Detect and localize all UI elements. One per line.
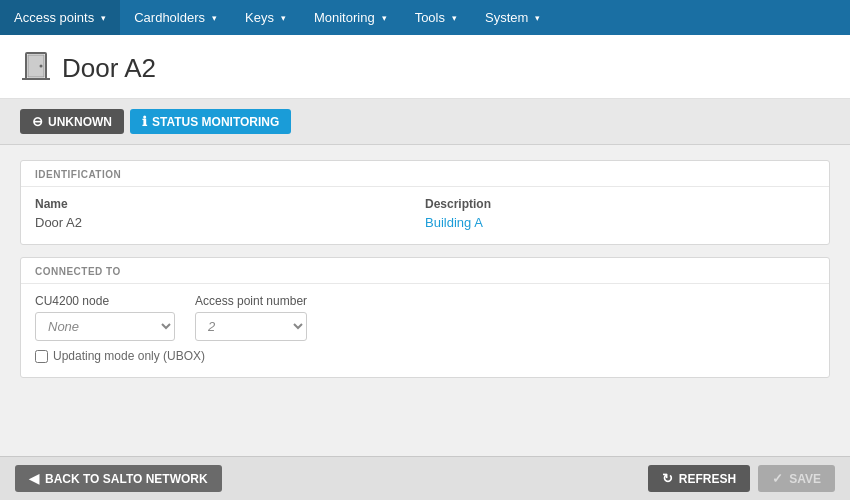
nav-keys-label: Keys: [245, 10, 274, 25]
main-body: IDENTIFICATION Name Door A2 Description …: [0, 145, 850, 393]
identification-row: Name Door A2 Description Building A: [35, 197, 815, 230]
connected-row: CU4200 node None Access point number 1 2…: [35, 294, 815, 341]
save-label: SAVE: [789, 472, 821, 486]
description-label: Description: [425, 197, 815, 211]
back-button[interactable]: ◀ BACK TO SALTO NETWORK: [15, 465, 222, 492]
door-icon: [20, 49, 52, 88]
tabs-bar: ⊖ UNKNOWN ℹ STATUS MONITORING: [0, 99, 850, 145]
footer-right: ↻ REFRESH ✓ SAVE: [648, 465, 835, 492]
footer-bar: ◀ BACK TO SALTO NETWORK ↻ REFRESH ✓ SAVE: [0, 456, 850, 500]
tab-unknown-label: UNKNOWN: [48, 115, 112, 129]
nav-monitoring[interactable]: Monitoring ▾: [300, 0, 401, 35]
tab-unknown[interactable]: ⊖ UNKNOWN: [20, 109, 124, 134]
nav-tools-label: Tools: [415, 10, 445, 25]
connected-to-body: CU4200 node None Access point number 1 2…: [21, 284, 829, 377]
identification-body: Name Door A2 Description Building A: [21, 187, 829, 244]
connected-to-title: CONNECTED TO: [21, 258, 829, 284]
navbar: Access points ▾ Cardholders ▾ Keys ▾ Mon…: [0, 0, 850, 35]
name-col: Name Door A2: [35, 197, 425, 230]
identification-title: IDENTIFICATION: [21, 161, 829, 187]
cu4200-select[interactable]: None: [35, 312, 175, 341]
nav-system-label: System: [485, 10, 528, 25]
page-header: Door A2: [0, 35, 850, 99]
refresh-button[interactable]: ↻ REFRESH: [648, 465, 750, 492]
nav-monitoring-label: Monitoring: [314, 10, 375, 25]
description-value: Building A: [425, 215, 815, 230]
access-point-select[interactable]: 1 2 3 4: [195, 312, 307, 341]
description-col: Description Building A: [425, 197, 815, 230]
nav-cardholders-label: Cardholders: [134, 10, 205, 25]
nav-keys[interactable]: Keys ▾: [231, 0, 300, 35]
back-icon: ◀: [29, 471, 39, 486]
refresh-label: REFRESH: [679, 472, 736, 486]
back-label: BACK TO SALTO NETWORK: [45, 472, 208, 486]
nav-system-caret: ▾: [535, 13, 540, 23]
page-title: Door A2: [62, 53, 156, 84]
nav-access-points-label: Access points: [14, 10, 94, 25]
nav-tools[interactable]: Tools ▾: [401, 0, 471, 35]
checkbox-row: Updating mode only (UBOX): [35, 349, 815, 363]
nav-access-points[interactable]: Access points ▾: [0, 0, 120, 35]
nav-system[interactable]: System ▾: [471, 0, 554, 35]
ubox-label[interactable]: Updating mode only (UBOX): [53, 349, 205, 363]
nav-cardholders-caret: ▾: [212, 13, 217, 23]
access-point-label: Access point number: [195, 294, 307, 308]
cu4200-label: CU4200 node: [35, 294, 175, 308]
tab-status-monitoring[interactable]: ℹ STATUS MONITORING: [130, 109, 291, 134]
footer-left: ◀ BACK TO SALTO NETWORK: [15, 465, 222, 492]
save-icon: ✓: [772, 471, 783, 486]
name-label: Name: [35, 197, 425, 211]
nav-keys-caret: ▾: [281, 13, 286, 23]
nav-tools-caret: ▾: [452, 13, 457, 23]
cu4200-field: CU4200 node None: [35, 294, 175, 341]
tab-status-label: STATUS MONITORING: [152, 115, 279, 129]
save-button[interactable]: ✓ SAVE: [758, 465, 835, 492]
info-icon: ℹ: [142, 114, 147, 129]
svg-point-2: [40, 65, 43, 68]
ubox-checkbox[interactable]: [35, 350, 48, 363]
name-value: Door A2: [35, 215, 425, 230]
connected-to-section: CONNECTED TO CU4200 node None Access poi…: [20, 257, 830, 378]
nav-access-points-caret: ▾: [101, 13, 106, 23]
access-point-number-field: Access point number 1 2 3 4: [195, 294, 307, 341]
refresh-icon: ↻: [662, 471, 673, 486]
nav-cardholders[interactable]: Cardholders ▾: [120, 0, 231, 35]
identification-section: IDENTIFICATION Name Door A2 Description …: [20, 160, 830, 245]
unknown-icon: ⊖: [32, 114, 43, 129]
nav-monitoring-caret: ▾: [382, 13, 387, 23]
